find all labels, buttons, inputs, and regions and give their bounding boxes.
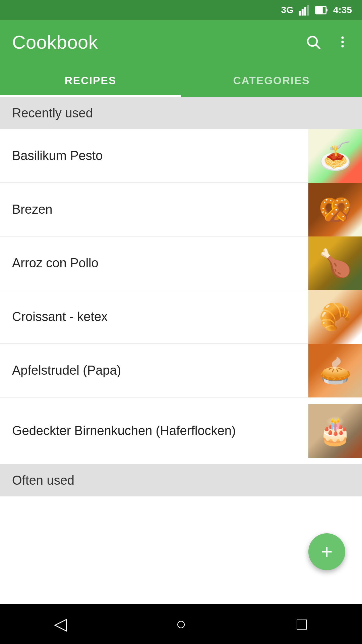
tab-recipes[interactable]: RECIPES <box>0 64 181 97</box>
signal-bars-icon <box>298 4 310 16</box>
svg-rect-2 <box>304 7 306 16</box>
app-bar-actions <box>305 34 350 50</box>
svg-rect-6 <box>326 9 327 12</box>
recipe-name: Apfelstrudel (Papa) <box>12 362 308 379</box>
recipe-thumbnail <box>308 129 362 183</box>
tab-categories[interactable]: CATEGORIES <box>181 64 362 97</box>
home-button[interactable]: ○ <box>164 607 198 641</box>
battery-icon <box>315 4 328 16</box>
recipe-thumbnail <box>308 183 362 236</box>
svg-line-8 <box>316 45 320 49</box>
recipe-name: Croissant - ketex <box>12 309 308 325</box>
more-options-button[interactable] <box>335 35 350 49</box>
back-button[interactable]: ◁ <box>44 607 77 641</box>
clock: 4:35 <box>333 5 352 15</box>
back-icon: ◁ <box>54 614 67 634</box>
app-title: Cookbook <box>12 31 98 53</box>
recipe-name: Arroz con Pollo <box>12 255 308 271</box>
signal-indicator: 3G <box>281 5 294 15</box>
status-icons: 3G 4:35 <box>281 4 352 16</box>
list-item[interactable]: Croissant - ketex <box>0 290 362 344</box>
recipe-thumbnail <box>308 404 362 458</box>
recents-icon: □ <box>297 614 307 634</box>
recipe-thumbnail <box>308 344 362 397</box>
app-bar: Cookbook <box>0 20 362 64</box>
list-item[interactable]: Basilikum Pesto <box>0 129 362 183</box>
recipe-list: Basilikum Pesto Brezen Arroz con Pollo C… <box>0 129 362 465</box>
svg-point-10 <box>341 41 344 43</box>
svg-rect-3 <box>307 5 309 16</box>
svg-rect-0 <box>299 11 301 16</box>
recipe-thumbnail <box>308 290 362 344</box>
recipe-name: Brezen <box>12 201 308 218</box>
recents-button[interactable]: □ <box>285 607 318 641</box>
list-item[interactable]: Apfelstrudel (Papa) <box>0 344 362 397</box>
svg-point-9 <box>341 37 344 39</box>
search-button[interactable] <box>305 34 321 50</box>
more-vert-icon <box>335 35 350 49</box>
svg-point-11 <box>341 45 344 47</box>
add-icon: + <box>321 542 333 562</box>
svg-rect-1 <box>302 9 304 16</box>
list-item[interactable]: Brezen <box>0 183 362 236</box>
list-item[interactable]: Arroz con Pollo <box>0 236 362 290</box>
search-icon <box>305 34 321 50</box>
recipe-name: Gedeckter Birnenkuchen (Haferflocken) <box>12 423 308 439</box>
status-bar: 3G 4:35 <box>0 0 362 20</box>
add-recipe-button[interactable]: + <box>308 533 345 570</box>
often-used-header: Often used <box>0 465 362 496</box>
tabs: RECIPES CATEGORIES <box>0 64 362 97</box>
svg-rect-5 <box>316 7 323 13</box>
home-icon: ○ <box>176 614 186 634</box>
bottom-navigation: ◁ ○ □ <box>0 604 362 644</box>
list-item[interactable]: Gedeckter Birnenkuchen (Haferflocken) <box>0 397 362 465</box>
recipe-thumbnail <box>308 236 362 290</box>
recently-used-header: Recently used <box>0 97 362 129</box>
recipe-name: Basilikum Pesto <box>12 148 308 164</box>
